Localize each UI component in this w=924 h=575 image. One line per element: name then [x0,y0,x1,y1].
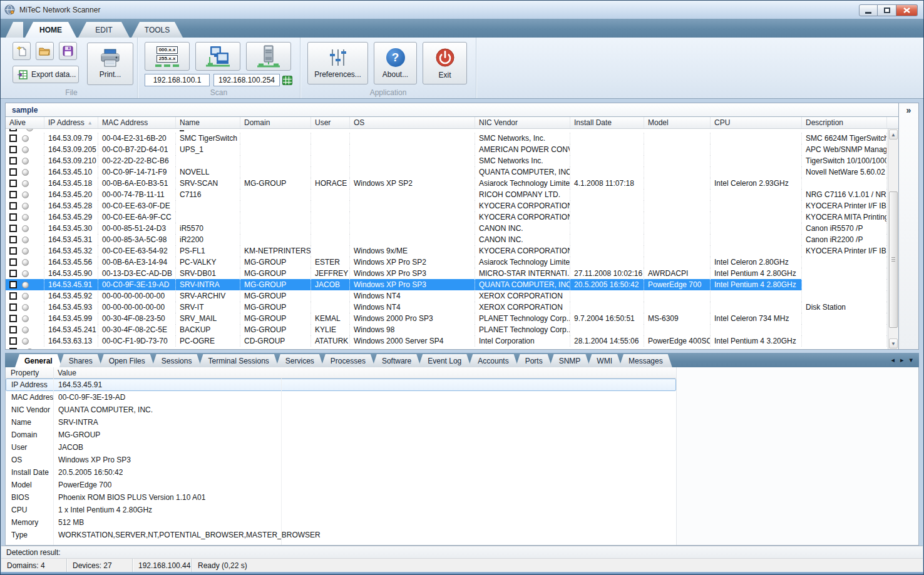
table-row[interactable]: 164.53.45.9200-00-00-00-00-00SRV-ARCHIVM… [6,290,888,302]
maximize-button[interactable] [878,4,896,16]
alive-checkbox[interactable] [9,213,17,221]
property-row[interactable]: OSWindows XP Pro SP3 [6,454,676,466]
property-row[interactable]: ModelPowerEdge 700 [6,479,676,491]
alive-checkbox[interactable] [9,191,17,198]
detail-tab-ports[interactable]: Ports [516,354,552,367]
alive-checkbox[interactable] [9,281,17,288]
tab-nav-more-icon[interactable]: ▾ [909,355,913,364]
table-row[interactable]: 164.53.45.3200-C0-EE-63-54-92PS-FL1KM-NE… [6,245,888,257]
detail-tab-open-files[interactable]: Open Files [100,354,155,367]
column-header-domain[interactable]: Domain [240,117,311,128]
ip-range-scan-button[interactable]: 000.x.x 255.x.x [145,42,190,71]
expand-panel-button[interactable]: » [901,104,917,116]
alive-checkbox[interactable] [9,146,17,153]
column-header-os[interactable]: OS [350,117,475,128]
property-row[interactable]: MAC Address00-C0-9F-3E-19-AD [6,391,676,404]
network-scan-button[interactable] [195,42,240,71]
property-row[interactable]: Install Date20.5.2005 16:50:42 [6,466,676,479]
alive-checkbox[interactable] [9,180,17,187]
alive-checkbox[interactable] [9,225,17,232]
tab-nav-right-icon[interactable]: ▸ [900,355,904,364]
exit-button[interactable]: Exit [423,42,467,84]
scroll-up-arrow-icon[interactable]: ▲ [889,130,898,140]
table-row[interactable]: 164.53.09.7900-04-E2-31-6B-20SMC TigerSw… [6,133,888,144]
value-column-header[interactable]: Value [53,367,676,378]
alive-checkbox[interactable] [9,247,17,255]
column-header-model[interactable]: Model [644,117,711,128]
table-row[interactable]: 164.53.45.24100-30-4F-08-2C-5EBACKUPMG-G… [6,324,888,335]
ribbon-tab-home[interactable]: HOME [25,22,76,38]
scan-ip-from-input[interactable] [145,74,210,86]
detail-tab-messages[interactable]: Messages [619,354,672,367]
alive-checkbox[interactable] [9,157,17,165]
adapter-grid-icon[interactable] [282,76,292,85]
tab-nav-left-icon[interactable]: ◂ [891,355,895,364]
table-row[interactable]: 164.53.09.20500-C0-B7-2D-64-01UPS_1AMERI… [6,144,888,155]
alive-checkbox[interactable] [9,236,17,243]
table-row[interactable]: 164.53.63.1300-0C-F1-9D-73-70PC-OGRECD-G… [6,335,888,347]
alive-checkbox[interactable] [9,292,17,300]
property-row[interactable]: Memory512 MB [6,516,676,529]
export-data-button[interactable]: Export data... [13,66,79,83]
detail-tab-wmi[interactable]: WMI [587,354,622,367]
host-scan-button[interactable] [246,42,291,71]
scrollbar-thumb[interactable] [889,191,898,328]
table-row[interactable]: 164.53.45.9100-C0-9F-3E-19-ADSRV-INTRAMG… [6,279,888,290]
alive-checkbox[interactable] [9,135,17,142]
alive-checkbox[interactable] [9,202,17,210]
column-header-install-date[interactable]: Install Date [570,117,644,128]
print-button[interactable]: Print... [87,43,133,85]
alive-checkbox[interactable] [9,326,17,333]
table-row[interactable]: 164.53.45.2900-C0-EE-6A-9F-CCKYOCERA COR… [6,211,888,223]
detail-tab-processes[interactable]: Processes [321,354,375,367]
property-row[interactable]: IP Address164.53.45.91 [6,379,676,391]
detail-tab-event-log[interactable]: Event Log [418,354,471,367]
table-row[interactable]: 164.53.45.9300-00-00-00-00-00SRV-ITMG-GR… [6,302,888,313]
alive-checkbox[interactable] [9,168,17,176]
property-row[interactable]: DomainMG-GROUP [6,429,676,441]
column-header-cpu[interactable]: CPU [711,117,802,128]
column-header-mac-address[interactable]: MAC Address [98,117,176,128]
alive-checkbox[interactable] [9,270,17,277]
about-button[interactable]: ? About... [374,42,417,84]
property-column-header[interactable]: Property [6,367,53,378]
detail-tab-accounts[interactable]: Accounts [468,354,518,367]
table-row[interactable]: 164.53.45.1800-0B-6A-E0-B3-51SRV-SCANMG-… [6,178,888,189]
column-header-alive[interactable]: Alive [6,117,44,128]
column-header-ip-address[interactable]: IP Address▲ [44,117,98,128]
property-row[interactable]: NameSRV-INTRA [6,416,676,429]
preferences-button[interactable]: Preferences... [307,42,368,84]
save-button[interactable] [59,42,77,60]
scroll-down-arrow-icon[interactable]: ▼ [889,338,898,349]
property-row[interactable]: UserJACOB [6,441,676,454]
alive-checkbox[interactable] [9,258,17,266]
table-row[interactable]: 164.53.45.2800-C0-EE-63-0F-DEKYOCERA COR… [6,200,888,211]
alive-checkbox[interactable] [9,337,17,345]
scan-ip-to-input[interactable] [213,74,280,86]
column-header-user[interactable]: User [311,117,350,128]
open-file-button[interactable] [36,42,54,60]
property-row[interactable]: BIOSPhoenix ROM BIOS PLUS Version 1.10 A… [6,491,676,504]
table-row[interactable]: 164.53.45.5600-0B-6A-E3-14-94PC-VALKYMG-… [6,257,888,268]
minimize-button[interactable] [859,4,878,16]
detail-tab-terminal-sessions[interactable]: Terminal Sessions [198,354,278,367]
table-row[interactable]: 164.53.45.1000-C0-9F-14-71-F9NOVELLQUANT… [6,166,888,178]
table-row[interactable]: 164.53.09.21000-22-2D-22-BC-B6SMC Networ… [6,155,888,166]
table-row[interactable]: 164.53.45.9900-30-4F-08-23-50SRV_MAILMG-… [6,313,888,324]
value-column-divider[interactable] [281,379,282,545]
close-button[interactable] [896,4,918,16]
document-tab-sample[interactable]: sample [12,106,38,114]
property-row[interactable]: CPU1 x Intel Pentium 4 2.80GHz [6,504,676,516]
table-row[interactable]: 164.53.45.2000-00-74-7B-11-11C7116RICOH … [6,189,888,200]
detail-tab-services[interactable]: Services [276,354,324,367]
detail-tab-snmp[interactable]: SNMP [550,354,590,367]
alive-checkbox[interactable] [9,303,17,311]
column-header-name[interactable]: Name [176,117,240,128]
column-header-description[interactable]: Description [802,117,887,128]
table-row[interactable]: 164.53.45.3000-00-85-51-24-D3iR5570CANON… [6,223,888,234]
column-header-nic-vendor[interactable]: NIC Vendor [475,117,570,128]
property-row[interactable]: NIC VendorQUANTA COMPUTER, INC. [6,404,676,416]
ribbon-tab-tools[interactable]: TOOLS [131,22,183,38]
table-row[interactable]: 164.53.45.9000-13-D3-EC-AD-DBSRV-DB01MG-… [6,268,888,279]
vertical-scrollbar[interactable]: ▲ ▼ [888,129,898,349]
